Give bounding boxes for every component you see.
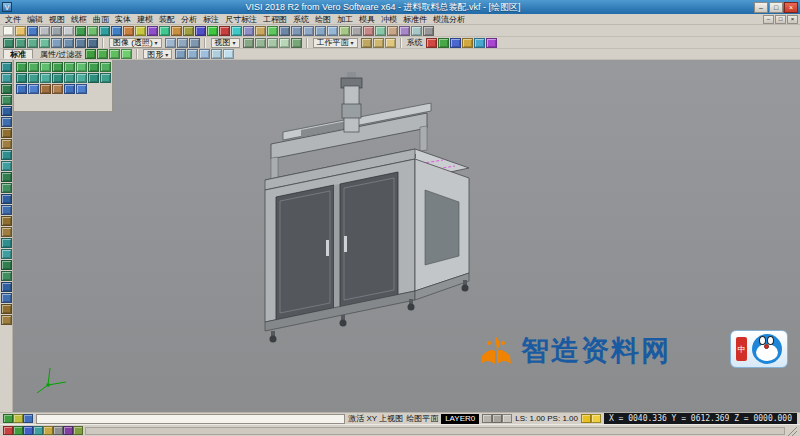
menu-item[interactable]: 视图 xyxy=(46,14,68,25)
workplane-dropdown[interactable]: 工作平面 ▾ xyxy=(313,38,358,48)
menu-item[interactable]: 分析 xyxy=(178,14,200,25)
point-tool-icon[interactable] xyxy=(99,26,110,36)
menu-item[interactable]: 线框 xyxy=(68,14,90,25)
view-prev-icon[interactable] xyxy=(243,38,254,48)
zoom-icon[interactable] xyxy=(315,26,326,36)
strip-mirror-icon[interactable] xyxy=(1,194,12,204)
sel-type-icon[interactable] xyxy=(76,62,87,72)
strip-scale-icon[interactable] xyxy=(1,227,12,237)
s2-purple-icon[interactable] xyxy=(63,426,73,435)
cut-icon[interactable] xyxy=(51,26,62,36)
grp-props-icon[interactable] xyxy=(76,84,87,94)
strip-solid-icon[interactable] xyxy=(1,139,12,149)
strip-trim-icon[interactable] xyxy=(1,150,12,160)
strip-move-icon[interactable] xyxy=(1,205,12,215)
flt-dim-icon[interactable] xyxy=(100,73,111,83)
attr-color-icon[interactable] xyxy=(85,49,96,59)
doraemon-sticker[interactable]: 中 xyxy=(730,330,788,368)
measure-tool-icon[interactable] xyxy=(255,26,266,36)
copy-icon[interactable] xyxy=(63,26,74,36)
file-open-icon[interactable] xyxy=(15,26,26,36)
flt-surface-icon[interactable] xyxy=(64,73,75,83)
view-top-icon[interactable] xyxy=(291,26,302,36)
refresh-icon[interactable] xyxy=(291,38,302,48)
snap-end-icon[interactable] xyxy=(63,38,74,48)
system-red-icon[interactable] xyxy=(426,38,437,48)
circle-tool-icon[interactable] xyxy=(135,26,146,36)
sel-window-icon[interactable] xyxy=(28,62,39,72)
pan-icon[interactable] xyxy=(327,26,338,36)
system-cyan-icon[interactable] xyxy=(474,38,485,48)
workplane-custom-icon[interactable] xyxy=(373,38,384,48)
select-box-icon[interactable] xyxy=(15,38,26,48)
status-ok-icon[interactable] xyxy=(3,414,13,423)
layer-lock-icon[interactable] xyxy=(482,414,492,423)
strip-point-icon[interactable] xyxy=(1,73,12,83)
grp-show-icon[interactable] xyxy=(52,84,63,94)
light-toggle-icon[interactable] xyxy=(581,414,591,423)
mirror-tool-icon[interactable] xyxy=(195,26,206,36)
strip-extend-icon[interactable] xyxy=(1,183,12,193)
menu-item[interactable]: 装配 xyxy=(156,14,178,25)
graphics-dropdown[interactable]: 图形 ▾ xyxy=(143,49,172,59)
attr-style-icon[interactable] xyxy=(121,49,132,59)
strip-chamfer-icon[interactable] xyxy=(1,172,12,182)
flt-point-icon[interactable] xyxy=(16,73,27,83)
strip-surface-icon[interactable] xyxy=(1,128,12,138)
s2-teal-icon[interactable] xyxy=(33,426,43,435)
mdi-minimize-button[interactable]: – xyxy=(763,15,774,24)
graphics-shade-icon[interactable] xyxy=(175,49,186,59)
strip-circle-icon[interactable] xyxy=(1,106,12,116)
mdi-restore-button[interactable]: □ xyxy=(775,15,786,24)
grp-new-icon[interactable] xyxy=(16,84,27,94)
s2-green-icon[interactable] xyxy=(13,426,23,435)
scale-tool-icon[interactable] xyxy=(231,26,242,36)
menu-item[interactable]: 冲模 xyxy=(378,14,400,25)
surface-tool-icon[interactable] xyxy=(159,26,170,36)
s2-olive-icon[interactable] xyxy=(73,426,83,435)
system-green-icon[interactable] xyxy=(438,38,449,48)
move-tool-icon[interactable] xyxy=(207,26,218,36)
offset-tool-icon[interactable] xyxy=(243,26,254,36)
strip-loft-icon[interactable] xyxy=(1,293,12,303)
strip-curve-icon[interactable] xyxy=(1,117,12,127)
grp-hide-icon[interactable] xyxy=(40,84,51,94)
layer-vis-icon[interactable] xyxy=(492,414,502,423)
graphics-bg-icon[interactable] xyxy=(211,49,222,59)
section-icon[interactable] xyxy=(363,26,374,36)
menu-item[interactable]: 绘图 xyxy=(312,14,334,25)
menu-item[interactable]: 模具 xyxy=(356,14,378,25)
menu-item[interactable]: 标注 xyxy=(200,14,222,25)
file-save-icon[interactable] xyxy=(27,26,38,36)
cam-icon[interactable] xyxy=(387,26,398,36)
tab-standard[interactable]: 标准 xyxy=(3,49,33,59)
strip-sweep-icon[interactable] xyxy=(1,282,12,292)
minimize-button[interactable]: – xyxy=(754,2,768,13)
snap-grid-icon[interactable] xyxy=(51,38,62,48)
workplane-xy-icon[interactable] xyxy=(361,38,372,48)
menu-item[interactable]: 曲面 xyxy=(90,14,112,25)
attr-layer-icon[interactable] xyxy=(109,49,120,59)
graphics-aa-icon[interactable] xyxy=(223,49,234,59)
workplane-align-icon[interactable] xyxy=(385,38,396,48)
lamp-icon[interactable] xyxy=(591,414,601,423)
menu-item[interactable]: 模流分析 xyxy=(430,14,468,25)
strip-pattern-icon[interactable] xyxy=(1,249,12,259)
undo-icon[interactable] xyxy=(75,26,86,36)
line-tool-icon[interactable] xyxy=(111,26,122,36)
snap-mid-icon[interactable] xyxy=(75,38,86,48)
menu-item[interactable]: 系统 xyxy=(290,14,312,25)
strip-fillet-icon[interactable] xyxy=(1,161,12,171)
command-input[interactable] xyxy=(36,414,345,424)
flt-line-icon[interactable] xyxy=(28,73,39,83)
grp-edit-icon[interactable] xyxy=(28,84,39,94)
arc-tool-icon[interactable] xyxy=(123,26,134,36)
strip-measure-icon[interactable] xyxy=(1,304,12,314)
select-poly-icon[interactable] xyxy=(27,38,38,48)
status-snap-icon[interactable] xyxy=(13,414,23,423)
sel-invert-icon[interactable] xyxy=(88,62,99,72)
s2-blue-icon[interactable] xyxy=(23,426,33,435)
close-button[interactable]: × xyxy=(784,2,798,13)
system-blue-icon[interactable] xyxy=(450,38,461,48)
sel-clear-icon[interactable] xyxy=(100,62,111,72)
